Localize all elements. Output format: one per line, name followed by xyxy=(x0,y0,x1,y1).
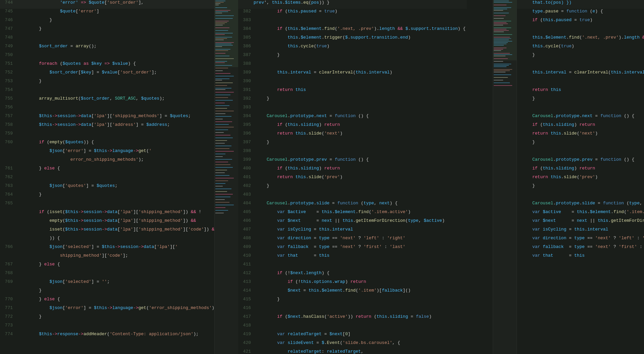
line-number: 415 xyxy=(239,297,254,302)
line-number: 420 xyxy=(239,340,254,345)
svg-rect-130 xyxy=(494,74,511,75)
line-number: 754 xyxy=(1,87,15,92)
table-row: 421 relatedTarget: relatedTarget, xyxy=(238,349,467,354)
svg-rect-127 xyxy=(494,69,512,70)
table-row: } xyxy=(517,96,644,105)
line-number xyxy=(518,35,532,40)
line-number xyxy=(518,157,532,162)
line-number: 402 xyxy=(239,183,254,188)
table-row: 757 $this->session->data['lpa']['shippin… xyxy=(0,113,214,122)
table-row: 751 foreach ($quotes as $key => $value) … xyxy=(0,61,214,70)
code-text: } xyxy=(15,314,42,319)
line-number: 414 xyxy=(239,288,254,293)
svg-rect-81 xyxy=(215,194,233,195)
line-number: 752 xyxy=(1,70,15,75)
svg-rect-55 xyxy=(215,124,229,125)
line-number: 748 xyxy=(1,35,15,40)
left-code-content: 744 'error' => $quote['sort_order'], 745… xyxy=(0,0,214,354)
line-number: 383 xyxy=(239,17,254,22)
table-row: 392 } xyxy=(238,96,467,105)
line-number xyxy=(518,44,532,49)
svg-rect-129 xyxy=(494,72,505,72)
table-row: 408 var direction = type == 'next' ? 'le… xyxy=(238,236,467,244)
svg-rect-134 xyxy=(494,85,512,86)
table-row: 418 xyxy=(238,323,467,332)
code-text: var $next = next || this.getItemForDirec… xyxy=(532,218,644,223)
svg-rect-83 xyxy=(215,199,225,200)
table-row: )) { xyxy=(0,236,214,244)
line-number: 382 xyxy=(239,9,254,14)
code-text: return this xyxy=(532,87,561,92)
table-row: type.pause = function (e) { xyxy=(517,9,644,17)
code-text xyxy=(15,174,18,180)
table-row: 754 xyxy=(0,87,214,96)
svg-rect-57 xyxy=(215,130,228,130)
line-number: 390 xyxy=(239,79,254,84)
line-number: 387 xyxy=(239,52,254,57)
table-row: 412 if (!$next.length) { xyxy=(238,270,467,279)
table-row: 766 $json['selected'] = $this->session->… xyxy=(0,244,214,253)
svg-rect-44 xyxy=(215,95,230,95)
line-number: 398 xyxy=(239,148,254,153)
table-row: 400 if (this.sliding) return xyxy=(238,166,467,174)
line-number: 409 xyxy=(239,244,254,249)
code-text: if (this.paused = true) xyxy=(532,17,593,22)
table-row: 750 xyxy=(0,52,214,61)
code-text xyxy=(15,52,18,57)
table-row: 393 xyxy=(238,105,467,113)
line-number: 407 xyxy=(239,227,254,232)
code-text: that.to(pos) }) xyxy=(532,0,572,5)
svg-rect-40 xyxy=(215,85,227,86)
line-number xyxy=(518,131,532,136)
table-row: 397 } xyxy=(238,140,467,148)
code-text: var $active = this.$element.find('.item.… xyxy=(532,209,644,214)
line-number xyxy=(518,70,532,75)
svg-rect-76 xyxy=(215,181,228,181)
line-number: 391 xyxy=(239,87,254,92)
right-code-pane[interactable]: prev', this.$items.eq(pos)) } 382 if (th… xyxy=(238,0,493,354)
far-right-pane: that.to(pos) }) type.pause = function (e… xyxy=(517,0,644,354)
table-row: 419 var relatedTarget = $next[0] xyxy=(238,332,467,340)
code-text: $sort_order[$key] = $value['sort_order']… xyxy=(15,70,157,75)
svg-rect-34 xyxy=(215,70,223,71)
svg-rect-135 xyxy=(493,0,517,60)
table-row: Carousel.prototype.prev = function () { xyxy=(517,157,644,166)
table-row: this.$element.find('.next, .prev').lengt… xyxy=(517,35,644,44)
code-text: return this xyxy=(254,87,306,92)
svg-rect-49 xyxy=(215,108,227,109)
table-row: shipping_method']['code']; xyxy=(0,253,214,262)
code-text: if (this.$element.find('.next, .prev').l… xyxy=(254,26,466,31)
code-text: if (this.paused = true) xyxy=(254,9,337,14)
table-row: 414 $next = this.$element.find('.item')[… xyxy=(238,288,467,297)
line-number: 386 xyxy=(239,44,254,49)
svg-rect-38 xyxy=(215,80,222,81)
code-text: this.cycle(true) xyxy=(254,44,329,49)
svg-rect-85 xyxy=(215,205,234,205)
code-text: this.interval = clearInterval(this.inter… xyxy=(532,70,644,75)
line-number: 756 xyxy=(1,105,15,110)
svg-rect-80 xyxy=(215,191,227,192)
line-number: 388 xyxy=(239,61,254,66)
svg-rect-51 xyxy=(215,113,225,114)
svg-rect-37 xyxy=(215,79,229,79)
code-text xyxy=(15,323,18,328)
table-row: 398 xyxy=(238,148,467,157)
code-text: this.interval = clearInterval(this.inter… xyxy=(254,70,392,75)
line-number: 753 xyxy=(1,79,15,84)
line-number xyxy=(518,105,532,110)
table-row: 771 $json['error'] = $this->language->ge… xyxy=(0,305,214,314)
line-number xyxy=(518,79,532,84)
table-row: 770 } else { xyxy=(0,297,214,305)
left-code-pane[interactable]: 744 'error' => $quote['sort_order'], 745… xyxy=(0,0,215,354)
table-row: 746 } xyxy=(0,17,214,26)
line-number xyxy=(518,174,532,180)
table-row: 403 xyxy=(238,192,467,201)
svg-rect-70 xyxy=(215,164,230,165)
table-row: 763 $json['quotes'] = $quotes; xyxy=(0,183,214,192)
svg-rect-35 xyxy=(215,73,230,74)
table-row: 407 var isCycling = this.interval xyxy=(238,227,467,236)
code-text: } xyxy=(15,288,42,293)
table-row: 386 this.cycle(true) xyxy=(238,44,467,52)
line-number: 746 xyxy=(1,17,15,22)
svg-rect-52 xyxy=(215,116,231,117)
